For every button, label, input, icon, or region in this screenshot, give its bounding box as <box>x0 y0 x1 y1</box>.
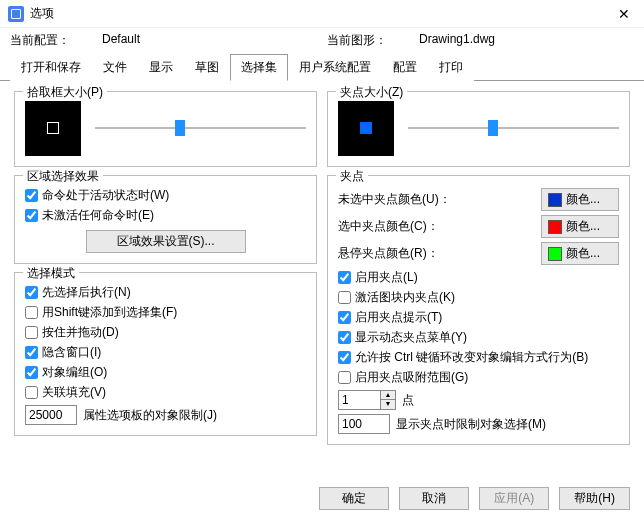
tab-4[interactable]: 选择集 <box>230 54 288 81</box>
ok-button[interactable]: 确定 <box>319 487 389 510</box>
grip-spin-input[interactable] <box>338 390 380 410</box>
region-group: 区域选择效果 命令处于活动状态时(W) 未激活任何命令时(E) 区域效果设置(S… <box>14 175 317 264</box>
grip-chk-4[interactable]: 允许按 Ctrl 键循环改变对象编辑方式行为(B) <box>338 349 619 366</box>
apply-button[interactable]: 应用(A) <box>479 487 549 510</box>
dialog-footer: 确定 取消 应用(A) 帮助(H) <box>319 487 630 510</box>
pickbox-group: 拾取框大小(P) <box>14 91 317 167</box>
tab-5[interactable]: 用户系统配置 <box>288 54 382 81</box>
grips-group: 夹点 未选中夹点颜色(U)：颜色...选中夹点颜色(C)：颜色...悬停夹点颜色… <box>327 175 630 445</box>
tab-7[interactable]: 打印 <box>428 54 474 81</box>
grips-legend: 夹点 <box>336 168 368 185</box>
grip-color-row-0: 未选中夹点颜色(U)：颜色... <box>338 188 619 211</box>
selmode-legend: 选择模式 <box>23 265 79 282</box>
selmode-chk-4[interactable]: 对象编组(O) <box>25 364 306 381</box>
grip-color-label-2: 悬停夹点颜色(R)： <box>338 245 439 262</box>
chk-cmd-active[interactable]: 命令处于活动状态时(W) <box>25 187 306 204</box>
selmode-limit-input[interactable] <box>25 405 77 425</box>
grip-color-button-2[interactable]: 颜色... <box>541 242 619 265</box>
selmode-chk-3[interactable]: 隐含窗口(I) <box>25 344 306 361</box>
color-swatch-icon <box>548 193 562 207</box>
grip-spin-label: 点 <box>402 392 414 409</box>
selmode-group: 选择模式 先选择后执行(N)用Shift键添加到选择集(F)按住并拖动(D)隐含… <box>14 272 317 436</box>
grip-limit-input[interactable] <box>338 414 390 434</box>
selmode-chk-1[interactable]: 用Shift键添加到选择集(F) <box>25 304 306 321</box>
gripsize-preview <box>338 100 394 156</box>
grip-color-label-1: 选中夹点颜色(C)： <box>338 218 439 235</box>
tab-2[interactable]: 显示 <box>138 54 184 81</box>
pickbox-legend: 拾取框大小(P) <box>23 84 107 101</box>
gripsize-group: 夹点大小(Z) <box>327 91 630 167</box>
grip-color-label-0: 未选中夹点颜色(U)： <box>338 191 451 208</box>
gripsize-slider[interactable] <box>408 118 619 138</box>
selmode-limit-label: 属性选项板的对象限制(J) <box>83 407 217 424</box>
color-swatch-icon <box>548 247 562 261</box>
current-config-label: 当前配置： <box>10 32 70 49</box>
chk-no-cmd[interactable]: 未激活任何命令时(E) <box>25 207 306 224</box>
pickbox-preview <box>25 100 81 156</box>
grip-chk-1[interactable]: 激活图块内夹点(K) <box>338 289 619 306</box>
cancel-button[interactable]: 取消 <box>399 487 469 510</box>
grip-color-button-1[interactable]: 颜色... <box>541 215 619 238</box>
grip-chk-5[interactable]: 启用夹点吸附范围(G) <box>338 369 619 386</box>
app-icon <box>8 6 24 22</box>
color-swatch-icon <box>548 220 562 234</box>
top-info: 当前配置： Default 当前图形： Drawing1.dwg <box>0 28 644 51</box>
selmode-chk-5[interactable]: 关联填充(V) <box>25 384 306 401</box>
tab-1[interactable]: 文件 <box>92 54 138 81</box>
selmode-chk-2[interactable]: 按住并拖动(D) <box>25 324 306 341</box>
region-legend: 区域选择效果 <box>23 168 103 185</box>
grip-color-button-0[interactable]: 颜色... <box>541 188 619 211</box>
gripsize-legend: 夹点大小(Z) <box>336 84 407 101</box>
titlebar: 选项 ✕ <box>0 0 644 28</box>
spin-down-icon[interactable]: ▼ <box>381 400 395 409</box>
tab-0[interactable]: 打开和保存 <box>10 54 92 81</box>
tab-bar: 打开和保存文件显示草图选择集用户系统配置配置打印 <box>0 53 644 81</box>
grip-chk-3[interactable]: 显示动态夹点菜单(Y) <box>338 329 619 346</box>
grip-chk-0[interactable]: 启用夹点(L) <box>338 269 619 286</box>
selmode-chk-0[interactable]: 先选择后执行(N) <box>25 284 306 301</box>
grip-limit-label: 显示夹点时限制对象选择(M) <box>396 416 546 433</box>
grip-color-row-1: 选中夹点颜色(C)：颜色... <box>338 215 619 238</box>
tab-3[interactable]: 草图 <box>184 54 230 81</box>
pickbox-slider[interactable] <box>95 118 306 138</box>
close-icon[interactable]: ✕ <box>612 4 636 24</box>
region-settings-button[interactable]: 区域效果设置(S)... <box>86 230 246 253</box>
grip-color-row-2: 悬停夹点颜色(R)：颜色... <box>338 242 619 265</box>
grip-spin[interactable]: ▲▼ <box>338 390 396 410</box>
current-drawing-label: 当前图形： <box>327 32 387 49</box>
current-config-value: Default <box>102 32 140 49</box>
help-button[interactable]: 帮助(H) <box>559 487 630 510</box>
current-drawing-value: Drawing1.dwg <box>419 32 495 49</box>
tab-6[interactable]: 配置 <box>382 54 428 81</box>
grip-chk-2[interactable]: 启用夹点提示(T) <box>338 309 619 326</box>
spin-up-icon[interactable]: ▲ <box>381 391 395 400</box>
dialog-title: 选项 <box>30 5 54 22</box>
